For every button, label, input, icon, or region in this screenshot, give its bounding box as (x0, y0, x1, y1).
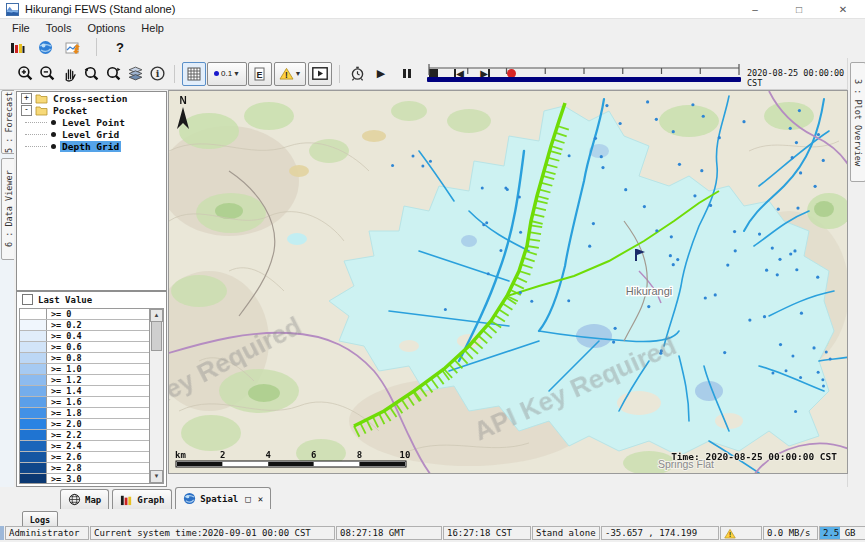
legend-color-swatch (20, 353, 47, 363)
legend-row-label: >= 0.8 (47, 353, 82, 363)
svg-text:i: i (155, 68, 159, 79)
thresholds-dropdown[interactable]: ! ▼ (274, 62, 306, 86)
tree-item-cross-section[interactable]: +Cross-section (17, 92, 166, 104)
data-viewer-panel: +Cross-section-PocketLevel PointLevel Gr… (14, 90, 168, 487)
tree-item-label: Level Grid (60, 129, 121, 140)
legend-row: >= 2.0 (20, 419, 150, 430)
legend-scrollbar[interactable]: ▲ ▼ (149, 309, 163, 483)
lake (287, 233, 307, 245)
legend-row-label: >= 1.0 (47, 364, 82, 374)
maximize-panel-icon[interactable]: □ (245, 494, 250, 504)
globe-icon (183, 492, 196, 505)
zoom-out-icon[interactable] (36, 63, 58, 85)
status-system-time: Current system time:2020-09-01 00:00 CST (90, 526, 335, 540)
chevron-down-icon: ▼ (295, 70, 302, 77)
svg-text:10: 10 (400, 450, 411, 460)
time-slider[interactable] (427, 62, 741, 86)
legend-row-label: >= 2.6 (47, 452, 82, 462)
close-panel-icon[interactable]: ✕ (258, 494, 263, 504)
checkbox-icon[interactable] (22, 294, 33, 305)
pause-button[interactable] (397, 64, 417, 84)
legend-row: >= 2.4 (20, 441, 150, 452)
label-contours-button[interactable]: E (248, 62, 272, 86)
legend-color-swatch (20, 408, 47, 418)
expand-icon[interactable]: + (21, 93, 32, 104)
tree-connector (25, 146, 47, 147)
legend-color-swatch (20, 364, 47, 374)
legend-row-label: >= 1.2 (47, 375, 82, 385)
legend-color-swatch (20, 320, 47, 330)
tab-graph[interactable]: Graph (112, 489, 172, 509)
zoom-previous-icon[interactable] (80, 63, 102, 85)
globe-icon[interactable] (34, 36, 56, 58)
tree-item-pocket[interactable]: -Pocket (17, 104, 166, 116)
tab-label: Spatial (200, 494, 238, 504)
legend-color-swatch (20, 342, 47, 352)
tab-map[interactable]: Map (60, 489, 109, 509)
close-button[interactable]: ✕ (821, 0, 865, 18)
bottom-tab-bar: MapGraphSpatial□✕ (0, 486, 865, 509)
legend-color-swatch (20, 430, 47, 440)
legend-color-swatch (20, 474, 47, 483)
layers-icon[interactable] (124, 63, 146, 85)
layer-tree: +Cross-section-PocketLevel PointLevel Gr… (16, 91, 167, 291)
status-memory: 2.5 GB (819, 526, 865, 540)
pan-hand-icon[interactable] (58, 63, 80, 85)
svg-text:6: 6 (311, 450, 316, 460)
svg-text:E: E (256, 69, 262, 79)
legend-row: >= 1.8 (20, 408, 150, 419)
minimize-button[interactable]: – (733, 0, 777, 18)
tab-spatial[interactable]: Spatial□✕ (175, 487, 271, 509)
menu-help[interactable]: Help (133, 21, 172, 35)
tree-item-level-point[interactable]: Level Point (17, 116, 166, 128)
tree-item-label: Pocket (51, 105, 89, 116)
info-icon[interactable]: i (146, 63, 168, 85)
legend-row: >= 0.2 (20, 320, 150, 331)
menu-tools[interactable]: Tools (38, 21, 80, 35)
legend-row: >= 0.8 (20, 353, 150, 364)
separator (96, 38, 97, 56)
tree-item-level-grid[interactable]: Level Grid (17, 128, 166, 140)
legend-row: >= 0.4 (20, 331, 150, 342)
legend-row-label: >= 2.8 (47, 463, 82, 473)
last-value-checkbox-row[interactable]: Last Value (17, 292, 166, 307)
bullet-icon (51, 120, 56, 125)
explorer-bars-icon[interactable] (6, 36, 28, 58)
scrollbar-thumb[interactable] (151, 321, 162, 351)
tree-item-depth-grid[interactable]: Depth Grid (17, 140, 166, 152)
status-grip (0, 526, 4, 540)
menu-file[interactable]: File (4, 21, 38, 35)
map-time-label: Time: 2020-08-25 00:00:00 CST (671, 451, 837, 462)
legend-row-label: >= 0.2 (47, 320, 82, 330)
legend-row-label: >= 0.6 (47, 342, 82, 352)
right-tab-strip: 3 : Plot Overview (847, 58, 865, 487)
svg-text:N: N (179, 95, 186, 106)
separator (339, 65, 340, 83)
legend-color-swatch (20, 375, 47, 385)
tab-plot-overview[interactable]: 3 : Plot Overview (850, 62, 865, 182)
collapse-icon[interactable]: - (21, 105, 32, 116)
zoom-in-icon[interactable] (14, 63, 36, 85)
left-tab-strip: 5 : Forecast 6 : Data Viewer (0, 90, 14, 487)
menu-options[interactable]: Options (79, 21, 133, 35)
animation-timer-icon[interactable] (346, 63, 368, 85)
scroll-down-icon[interactable]: ▼ (150, 470, 163, 483)
status-coordinates: -35.657 , 174.199 (601, 526, 719, 540)
animation-panel-button[interactable] (308, 62, 332, 86)
help-button[interactable]: ? (109, 36, 131, 58)
map-canvas[interactable]: Hikurangi Springs Flat API Key Required … (168, 90, 848, 474)
tree-item-label: Depth Grid (60, 141, 121, 152)
legend-color-swatch (20, 309, 47, 319)
warning-triangle-icon: ! (724, 528, 736, 539)
maximize-button[interactable]: □ (777, 0, 821, 18)
legend-row: >= 3.0 (20, 474, 150, 483)
status-mode: Stand alone (532, 526, 600, 540)
class-interval-dropdown[interactable]: 0.1 ▼ (207, 62, 247, 86)
status-warning-cell[interactable]: ! (720, 526, 762, 540)
folder-icon (35, 93, 48, 104)
grid-display-button[interactable] (182, 62, 206, 86)
timeseries-import-icon[interactable] (62, 36, 84, 58)
play-button[interactable]: ▶ (371, 64, 391, 84)
tree-connector (25, 122, 47, 123)
zoom-next-icon[interactable] (102, 63, 124, 85)
